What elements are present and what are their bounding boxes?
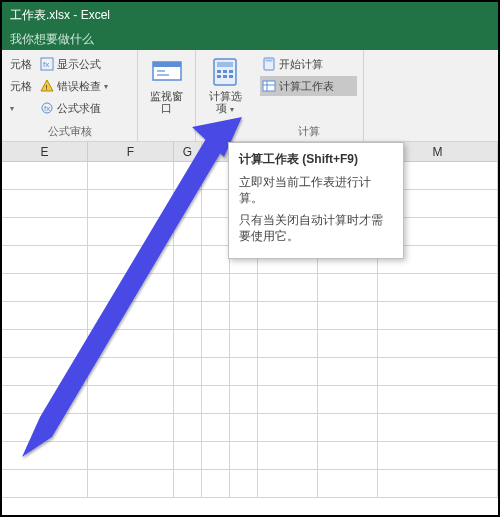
table-row[interactable] (2, 358, 498, 386)
tell-me-text: 我你想要做什么 (10, 31, 94, 48)
tooltip-line: 立即对当前工作表进行计算。 (239, 174, 393, 206)
svg-rect-20 (263, 81, 275, 91)
col-header[interactable]: G (174, 142, 202, 161)
svg-rect-16 (223, 75, 227, 78)
watch-window-icon (151, 56, 183, 88)
evaluate-formula-icon: fx (40, 101, 54, 115)
col-header[interactable]: E (2, 142, 88, 161)
calculate-now-button[interactable]: 开始计算 (260, 54, 357, 74)
group-watch-window: 监视窗口 (138, 50, 196, 141)
svg-text:fx: fx (43, 60, 49, 69)
table-row[interactable] (2, 470, 498, 498)
calc-col: 开始计算 计算工作表 (260, 54, 357, 96)
table-row[interactable] (2, 442, 498, 470)
calculation-options-button[interactable]: 计算选项 ▾ (202, 54, 248, 118)
col-header[interactable]: H (202, 142, 230, 161)
svg-rect-19 (266, 60, 273, 62)
calculate-sheet-icon (262, 79, 276, 93)
svg-rect-9 (157, 74, 169, 76)
svg-rect-12 (217, 70, 221, 73)
group-label-formula-auditing: 公式审核 (8, 122, 131, 139)
trace-precedents-partial[interactable]: 元格 (8, 54, 34, 74)
table-row[interactable] (2, 274, 498, 302)
error-checking-icon: ! (40, 79, 54, 93)
svg-rect-15 (217, 75, 221, 78)
tell-me-bar[interactable]: 我你想要做什么 (2, 28, 498, 50)
svg-text:fx: fx (44, 104, 50, 113)
tooltip-title: 计算工作表 (Shift+F9) (239, 151, 393, 168)
watch-window-button[interactable]: 监视窗口 (144, 54, 189, 116)
svg-rect-8 (157, 70, 165, 72)
svg-text:!: ! (46, 83, 48, 92)
dropdown-caret-icon: ▾ (227, 105, 233, 114)
title-bar: 工作表.xlsx - Excel (2, 2, 498, 28)
svg-rect-7 (153, 62, 181, 67)
audit-col-left: 元格 元格 ▾ (8, 54, 34, 118)
svg-rect-13 (223, 70, 227, 73)
evaluate-formula-button[interactable]: fx 公式求值 (38, 98, 110, 118)
dropdown-caret-icon: ▾ (10, 104, 14, 113)
tooltip-line: 只有当关闭自动计算时才需要使用它。 (239, 212, 393, 244)
table-row[interactable] (2, 330, 498, 358)
error-checking-button[interactable]: ! 错误检查 ▾ (38, 76, 110, 96)
dropdown-caret-icon: ▾ (104, 82, 108, 91)
table-row[interactable] (2, 302, 498, 330)
svg-rect-14 (229, 70, 233, 73)
table-row[interactable] (2, 414, 498, 442)
window-title: 工作表.xlsx - Excel (10, 7, 110, 24)
group-calc-options: 计算选项 ▾ (196, 50, 254, 141)
group-label-calculation: 计算 (260, 122, 357, 139)
svg-rect-11 (217, 62, 233, 67)
col-header[interactable]: F (88, 142, 174, 161)
table-row[interactable] (2, 386, 498, 414)
remove-arrows-partial[interactable]: ▾ (8, 98, 34, 118)
group-formula-auditing: 元格 元格 ▾ fx 显示公式 ! (2, 50, 138, 141)
group-calculation: 开始计算 计算工作表 计算 (254, 50, 364, 141)
calculation-options-icon (209, 56, 241, 88)
show-formulas-button[interactable]: fx 显示公式 (38, 54, 110, 74)
calculate-sheet-button[interactable]: 计算工作表 (260, 76, 357, 96)
tooltip-calculate-sheet: 计算工作表 (Shift+F9) 立即对当前工作表进行计算。 只有当关闭自动计算… (228, 142, 404, 259)
trace-dependents-partial[interactable]: 元格 (8, 76, 34, 96)
audit-col-right: fx 显示公式 ! 错误检查 ▾ fx 公式求值 (38, 54, 110, 118)
show-formulas-icon: fx (40, 57, 54, 71)
ribbon: 元格 元格 ▾ fx 显示公式 ! (2, 50, 498, 142)
svg-rect-17 (229, 75, 233, 78)
calculate-now-icon (262, 57, 276, 71)
